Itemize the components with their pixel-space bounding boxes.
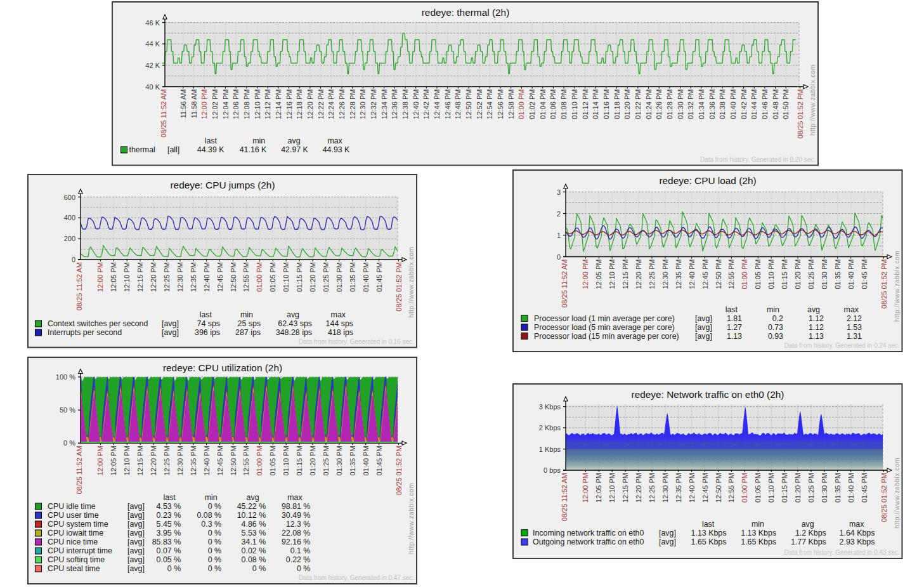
svg-text:12:05 PM: 12:05 PM (110, 445, 117, 475)
svg-text:[avg]: [avg] (695, 314, 712, 323)
svg-text:12:42 PM: 12:42 PM (422, 89, 430, 119)
svg-text:12:10 PM: 12:10 PM (123, 262, 131, 292)
svg-text:12:40 PM: 12:40 PM (688, 473, 696, 503)
svg-text:3 Kbps: 3 Kbps (539, 403, 561, 411)
svg-text:0.73: 0.73 (768, 323, 783, 332)
svg-text:Outgoing network traffic on et: Outgoing network traffic on eth0 (533, 538, 644, 546)
svg-text:http://www.zabbix.com: http://www.zabbix.com (894, 458, 901, 529)
svg-text:44 K: 44 K (145, 40, 160, 48)
svg-text:max: max (844, 305, 859, 314)
svg-text:5.53 %: 5.53 % (241, 529, 266, 538)
svg-text:12:25 PM: 12:25 PM (648, 473, 656, 503)
svg-text:12:20 PM: 12:20 PM (150, 445, 157, 475)
svg-text:12:30 PM: 12:30 PM (359, 89, 367, 119)
svg-text:12:20 PM: 12:20 PM (635, 473, 642, 503)
svg-text:1.77 Kbps: 1.77 Kbps (791, 538, 826, 546)
svg-text:min: min (752, 520, 764, 529)
svg-text:[avg]: [avg] (127, 502, 145, 511)
svg-text:Interrupts per second: Interrupts per second (48, 328, 122, 337)
svg-text:last: last (726, 305, 738, 314)
svg-text:[avg]: [avg] (162, 319, 179, 328)
svg-text:0 %: 0 % (207, 502, 221, 511)
svg-text:CPU interrupt time: CPU interrupt time (48, 546, 112, 555)
svg-text:01:45 PM: 01:45 PM (861, 260, 868, 289)
svg-text:12:10 PM: 12:10 PM (608, 260, 616, 289)
svg-text:45.22 %: 45.22 % (237, 502, 265, 511)
svg-text:12:34 PM: 12:34 PM (380, 89, 387, 119)
svg-text:12:24 PM: 12:24 PM (327, 89, 335, 119)
svg-text:12:28 PM: 12:28 PM (348, 89, 356, 119)
svg-text:01:00 PM: 01:00 PM (517, 89, 525, 119)
svg-text:12:35 PM: 12:35 PM (675, 260, 682, 289)
svg-text:1.27: 1.27 (727, 323, 742, 332)
svg-text:01:25 PM: 01:25 PM (807, 473, 815, 503)
svg-text:01:40 PM: 01:40 PM (361, 445, 369, 475)
svg-text:08/25 01:52 PM: 08/25 01:52 PM (796, 89, 804, 139)
svg-text:12:05 PM: 12:05 PM (110, 262, 117, 292)
svg-text:34.1 %: 34.1 % (241, 538, 266, 546)
svg-text:40 K: 40 K (145, 83, 160, 91)
svg-text:[avg]: [avg] (127, 538, 145, 546)
svg-text:CPU system time: CPU system time (48, 520, 108, 529)
svg-text:http://www.zabbix.com: http://www.zabbix.com (894, 251, 901, 322)
svg-text:01:26 PM: 01:26 PM (655, 89, 663, 119)
svg-text:01:02 PM: 01:02 PM (528, 89, 536, 119)
svg-text:12:15 PM: 12:15 PM (621, 473, 629, 503)
svg-text:12.3 %: 12.3 % (285, 520, 310, 529)
svg-text:redeye: CPU jumps (2h): redeye: CPU jumps (2h) (170, 180, 275, 190)
svg-text:74 sps: 74 sps (197, 319, 220, 328)
svg-text:avg: avg (802, 520, 814, 529)
svg-text:Data from history. Generated i: Data from history. Generated in 0.16 sec… (298, 338, 413, 345)
svg-text:last: last (199, 310, 212, 319)
svg-text:Data from history. Generated i: Data from history. Generated in 0.20 sec… (700, 156, 815, 163)
svg-text:Context switches per second: Context switches per second (48, 319, 148, 328)
svg-text:12:12 PM: 12:12 PM (264, 89, 271, 119)
svg-text:4.53 %: 4.53 % (156, 502, 181, 511)
svg-text:12:16 PM: 12:16 PM (285, 89, 292, 119)
svg-text:12:40 PM: 12:40 PM (412, 89, 419, 119)
svg-text:08/25 11:52 AM: 08/25 11:52 AM (75, 262, 83, 310)
svg-text:12:45 PM: 12:45 PM (701, 473, 709, 503)
svg-text:1: 1 (557, 232, 561, 239)
svg-text:0.93: 0.93 (768, 332, 783, 341)
svg-text:2.12: 2.12 (847, 314, 862, 323)
svg-text:12:20 PM: 12:20 PM (306, 89, 313, 119)
svg-text:12:40 PM: 12:40 PM (202, 262, 210, 292)
svg-text:01:20 PM: 01:20 PM (309, 445, 316, 475)
svg-text:01:30 PM: 01:30 PM (676, 89, 684, 119)
svg-text:01:50 PM: 01:50 PM (782, 89, 790, 119)
svg-text:01:05 PM: 01:05 PM (754, 473, 762, 503)
svg-text:12:35 PM: 12:35 PM (675, 473, 682, 503)
svg-text:1.65 Kbps: 1.65 Kbps (691, 538, 727, 546)
svg-text:3: 3 (557, 188, 561, 196)
svg-text:[all]: [all] (167, 145, 179, 154)
svg-text:max: max (849, 520, 864, 529)
svg-text:0.08 %: 0.08 % (241, 555, 266, 564)
svg-text:01:35 PM: 01:35 PM (348, 445, 356, 475)
svg-text:12:55 PM: 12:55 PM (242, 262, 250, 292)
svg-text:85.83 %: 85.83 % (152, 538, 180, 546)
svg-text:12:50 PM: 12:50 PM (715, 473, 722, 503)
svg-text:Data from history. Generated i: Data from history. Generated in 0.24 sec… (784, 342, 899, 349)
svg-text:redeye: thermal (2h): redeye: thermal (2h) (421, 7, 509, 18)
svg-text:1.13: 1.13 (727, 332, 742, 341)
svg-text:avg: avg (807, 305, 820, 314)
svg-text:0.02 %: 0.02 % (241, 546, 266, 555)
svg-text:01:22 PM: 01:22 PM (634, 89, 641, 119)
svg-text:01:35 PM: 01:35 PM (834, 473, 842, 503)
svg-text:CPU steal time: CPU steal time (48, 564, 100, 573)
svg-text:0.2: 0.2 (772, 314, 783, 323)
svg-text:01:10 PM: 01:10 PM (570, 89, 578, 119)
svg-text:12:15 PM: 12:15 PM (621, 260, 629, 289)
svg-text:01:15 PM: 01:15 PM (296, 445, 303, 475)
svg-text:5.45 %: 5.45 % (156, 520, 181, 529)
svg-text:0 %: 0 % (297, 564, 310, 573)
svg-text:0.07 %: 0.07 % (156, 546, 181, 555)
svg-text:42 K: 42 K (145, 62, 160, 69)
svg-text:min: min (767, 305, 779, 314)
svg-text:12:56 PM: 12:56 PM (497, 89, 504, 119)
svg-text:[avg]: [avg] (659, 529, 676, 538)
svg-text:12:45 PM: 12:45 PM (216, 445, 223, 475)
svg-text:http://www.zabbix.com: http://www.zabbix.com (809, 64, 816, 135)
svg-text:4.86 %: 4.86 % (241, 520, 266, 529)
